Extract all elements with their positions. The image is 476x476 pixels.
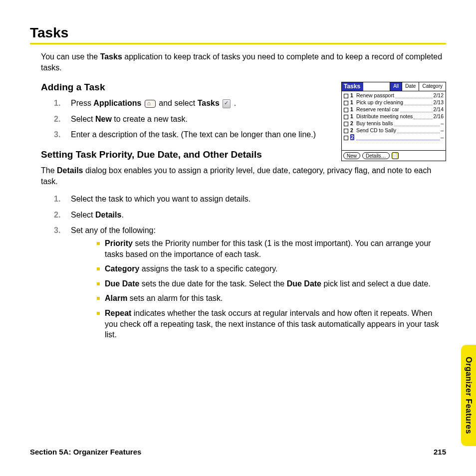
checkbox-icon[interactable] [344,115,348,119]
palm-tab-all[interactable]: All [390,82,402,91]
palm-title: Tasks [342,82,363,91]
list-item: Alarm sets an alarm for this task. [97,293,446,304]
list-item: Priority sets the Priority number for th… [97,238,446,259]
palm-tab-date[interactable]: Date [402,82,419,91]
list-item: Press Applications and select Tasks . [41,98,333,109]
applications-icon [145,100,156,108]
details-paragraph: The Details dialog box enables you to as… [41,165,446,187]
list-item: Set any of the following: Priority sets … [41,225,446,340]
table-row[interactable]: 1Reserve rental car2/14 [344,106,444,113]
page-title: Tasks [30,25,446,41]
checkbox-icon[interactable] [344,108,348,112]
palm-tab-category[interactable]: Category [419,82,446,91]
intro-paragraph: You can use the Tasks application to kee… [41,51,446,73]
checkbox-icon[interactable] [344,122,348,126]
adding-task-heading: Adding a Task [41,82,333,93]
checkbox-icon[interactable] [344,129,348,133]
setting-details-heading: Setting Task Priority, Due Date, and Oth… [41,149,333,160]
list-item: Category assigns the task to a specific … [97,263,446,274]
table-row[interactable]: 2Buy tennis balls– [344,120,444,127]
checkbox-icon[interactable] [344,136,348,140]
footer-page-number: 215 [434,448,446,456]
adding-task-steps: Press Applications and select Tasks . Se… [41,98,333,140]
list-item: Select Details. [41,210,446,221]
list-item: Due Date sets the due date for the task.… [97,278,446,289]
page-footer: Section 5A: Organizer Features 215 [30,448,446,456]
title-rule [30,43,446,44]
tasks-icon [223,99,231,108]
checkbox-icon[interactable] [344,101,348,105]
section-tab: Organizer Features [461,345,476,446]
table-row[interactable]: 2– [344,134,444,141]
details-steps: Select the task to which you want to ass… [41,194,446,340]
list-item: Repeat indicates whether the task occurs… [97,308,446,340]
table-row[interactable]: 2Send CD to Sally– [344,127,444,134]
palm-new-button[interactable]: New [343,152,360,159]
details-bullets: Priority sets the Priority number for th… [97,238,446,340]
palm-details-button[interactable]: Details… [362,152,390,159]
table-row[interactable]: 1Distribute meeting notes2/16 [344,113,444,120]
table-row[interactable]: 1Pick up dry cleaning2/13 [344,99,444,106]
checkbox-icon[interactable] [344,94,348,98]
list-item: Enter a description of the task. (The te… [41,129,333,140]
palm-task-list: 1Renew passport2/12 1Pick up dry cleanin… [342,91,446,150]
footer-section: Section 5A: Organizer Features [30,448,141,456]
tasks-app-screenshot: Tasks All Date Category 1Renew passport2… [341,82,446,161]
list-item: Select the task to which you want to ass… [41,194,446,205]
note-icon[interactable]: 📄 [392,152,399,159]
table-row[interactable]: 1Renew passport2/12 [344,92,444,99]
list-item: Select New to create a new task. [41,114,333,125]
